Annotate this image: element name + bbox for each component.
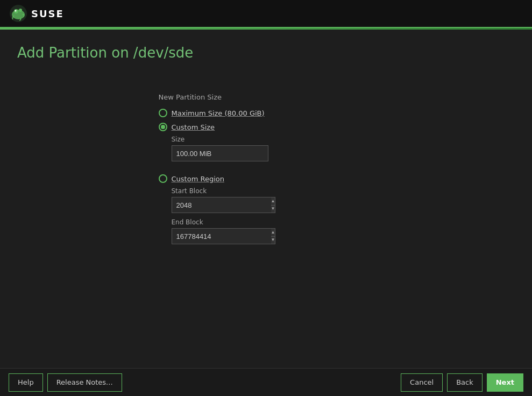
max-size-radio-circle — [159, 109, 167, 117]
start-block-label: Start Block — [172, 187, 268, 195]
suse-logo: SUSE — [9, 4, 64, 23]
radio-row-custom-size: Custom Size Size — [159, 123, 374, 161]
end-block-spinner-buttons: ▲ ▼ — [271, 228, 276, 244]
custom-region-radio-content: Custom Region Start Block ▲ ▼ — [159, 174, 268, 244]
page-title-area: Add Partition on /dev/sde — [0, 30, 532, 72]
spacer — [159, 167, 374, 174]
svg-point-4 — [15, 10, 17, 12]
end-block-decrement[interactable]: ▼ — [271, 237, 275, 244]
start-block-spinner-buttons: ▲ ▼ — [271, 197, 276, 213]
custom-size-radio-inner — [161, 125, 165, 129]
start-block-spinner: ▲ ▼ — [172, 197, 268, 213]
partition-form: New Partition Size Maximum Size (80.00 G… — [159, 93, 374, 250]
section-label: New Partition Size — [159, 93, 374, 101]
page-title: Add Partition on /dev/sde — [17, 45, 515, 61]
next-button[interactable]: Next — [487, 373, 523, 392]
size-input[interactable] — [172, 145, 268, 161]
start-block-decrement[interactable]: ▼ — [271, 206, 275, 213]
end-block-label: End Block — [172, 218, 268, 226]
bottom-left-buttons: Help Release Notes... — [9, 373, 122, 392]
custom-region-radio[interactable]: Custom Region — [159, 174, 268, 183]
custom-size-label: Custom Size — [172, 123, 215, 131]
start-block-increment[interactable]: ▲ — [271, 197, 275, 206]
size-subsection: Size — [172, 136, 268, 161]
custom-size-radio-content: Custom Size Size — [159, 123, 268, 161]
radio-row-custom-region: Custom Region Start Block ▲ ▼ — [159, 174, 374, 244]
main-content: New Partition Size Maximum Size (80.00 G… — [0, 72, 532, 250]
max-size-radio[interactable]: Maximum Size (80.00 GiB) — [159, 109, 265, 117]
start-block-input[interactable] — [172, 197, 271, 213]
cancel-button[interactable]: Cancel — [401, 373, 443, 392]
end-block-spinner: ▲ ▼ — [172, 228, 268, 244]
suse-logo-icon — [9, 4, 28, 23]
bottom-bar: Help Release Notes... Cancel Back Next — [0, 368, 532, 396]
topbar: SUSE — [0, 0, 532, 28]
custom-size-radio[interactable]: Custom Size — [159, 123, 268, 131]
start-block-field: Start Block ▲ ▼ — [172, 187, 268, 213]
custom-size-radio-circle — [159, 123, 167, 131]
custom-region-fields: Start Block ▲ ▼ End Block — [172, 187, 268, 244]
release-notes-button[interactable]: Release Notes... — [47, 373, 122, 392]
bottom-right-buttons: Cancel Back Next — [401, 373, 523, 392]
radio-row-max-size: Maximum Size (80.00 GiB) — [159, 109, 374, 117]
help-button[interactable]: Help — [9, 373, 43, 392]
max-size-label: Maximum Size (80.00 GiB) — [172, 109, 265, 117]
back-button[interactable]: Back — [447, 373, 483, 392]
size-field-label: Size — [172, 136, 268, 143]
end-block-increment[interactable]: ▲ — [271, 229, 275, 237]
suse-logo-text: SUSE — [31, 8, 64, 19]
svg-point-3 — [19, 9, 22, 12]
custom-region-radio-circle — [159, 174, 167, 183]
custom-region-label: Custom Region — [172, 175, 224, 183]
end-block-field: End Block ▲ ▼ — [172, 218, 268, 244]
end-block-input[interactable] — [172, 228, 271, 244]
